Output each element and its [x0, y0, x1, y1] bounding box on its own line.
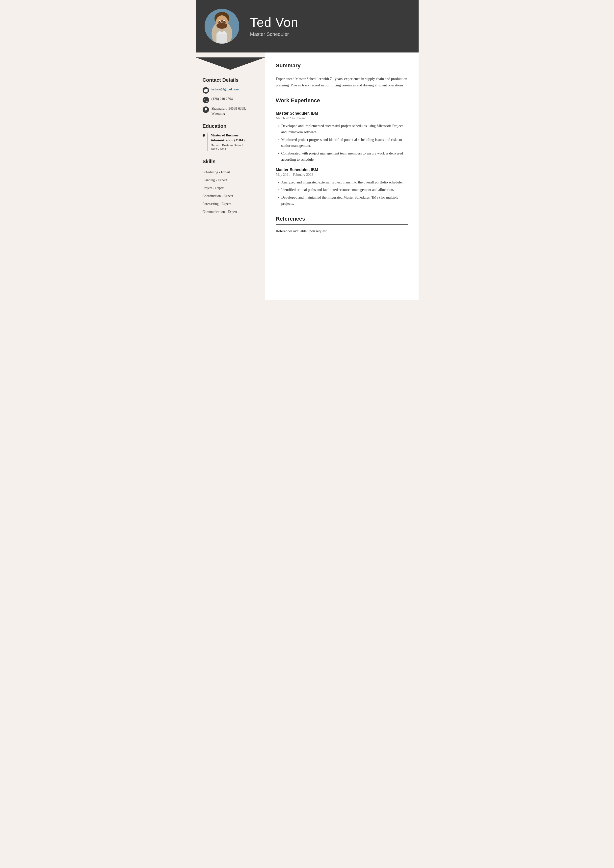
job-2-bullet-1: Analyzed and integrated external project…: [281, 179, 408, 186]
education-item: Master of Business Administration (MBA) …: [203, 133, 258, 151]
references-section-title: References: [276, 215, 408, 225]
candidate-title: Master Scheduler: [250, 31, 409, 37]
main-content: Summary Experienced Master Scheduler wit…: [265, 53, 418, 300]
job-2-title: Master Scheduler, IBM: [276, 167, 408, 172]
skill-forecasting: Forecasting - Expert: [203, 200, 258, 208]
address-value: Shaynafurt, 54668-6389, Wyoming: [211, 106, 246, 116]
job-2-dates: May 2021 - February 2023: [276, 173, 408, 177]
location-icon: [203, 107, 209, 113]
references-text: References available upon request: [276, 229, 408, 233]
job-1: Master Scheduler, IBM March 2023 - Prese…: [276, 111, 408, 163]
edu-school: Harvard Business School: [211, 143, 258, 147]
job-1-dates: March 2023 - Present: [276, 116, 408, 120]
job-2-bullets: Analyzed and integrated external project…: [276, 179, 408, 207]
skill-coordination: Coordination - Expert: [203, 192, 258, 200]
svg-point-9: [224, 21, 225, 22]
header-text-block: Ted Von Master Scheduler: [250, 16, 409, 37]
email-icon: [203, 87, 209, 94]
work-experience-section-title: Work Experience: [276, 97, 408, 106]
skills-section-title: Skills: [203, 159, 258, 164]
job-2-bullet-3: Developed and maintained the Integrated …: [281, 194, 408, 207]
skills-list: Scheduling - Expert Planning - Expert Pr…: [203, 168, 258, 216]
job-1-bullets: Developed and implemented successful pro…: [276, 123, 408, 163]
candidate-name: Ted Von: [250, 16, 409, 29]
skill-scheduling: Scheduling - Expert: [203, 168, 258, 176]
avatar: [205, 9, 239, 43]
contact-phone-item: (128) 210 2594: [203, 96, 258, 103]
edu-details: Master of Business Administration (MBA) …: [208, 133, 258, 151]
svg-point-8: [219, 21, 221, 22]
job-2: Master Scheduler, IBM May 2021 - Februar…: [276, 167, 408, 207]
job-1-bullet-1: Developed and implemented successful pro…: [281, 123, 408, 135]
sidebar: Contact Details tedvon@gmail.com (128) 2…: [196, 53, 265, 300]
edu-years: 2017 - 2021: [211, 147, 258, 151]
summary-text: Experienced Master Scheduler with 7+ yea…: [276, 76, 408, 88]
skill-planning: Planning - Expert: [203, 176, 258, 184]
edu-bullet-dot: [203, 134, 205, 136]
phone-icon: [203, 97, 209, 103]
svg-rect-13: [216, 34, 227, 43]
job-1-title: Master Scheduler, IBM: [276, 111, 408, 116]
job-1-bullet-2: Monitored project progress and identifie…: [281, 136, 408, 149]
job-2-bullet-2: Identified critical paths and facilitate…: [281, 187, 408, 193]
skill-project: Project - Expert: [203, 184, 258, 192]
phone-value: (128) 210 2594: [211, 96, 233, 101]
contact-section-title: Contact Details: [203, 77, 258, 83]
contact-address-item: Shaynafurt, 54668-6389, Wyoming: [203, 106, 258, 116]
job-1-bullet-3: Collaborated with project management tea…: [281, 150, 408, 163]
edu-degree: Master of Business Administration (MBA): [211, 133, 258, 143]
svg-point-5: [216, 23, 227, 29]
education-section-title: Education: [203, 123, 258, 129]
email-value[interactable]: tedvon@gmail.com: [211, 87, 239, 92]
skill-communication: Communication - Expert: [203, 208, 258, 216]
resume-header: Ted Von Master Scheduler: [196, 0, 418, 53]
contact-email-item: tedvon@gmail.com: [203, 87, 258, 94]
body-layout: Contact Details tedvon@gmail.com (128) 2…: [196, 53, 418, 300]
summary-section-title: Summary: [276, 62, 408, 71]
